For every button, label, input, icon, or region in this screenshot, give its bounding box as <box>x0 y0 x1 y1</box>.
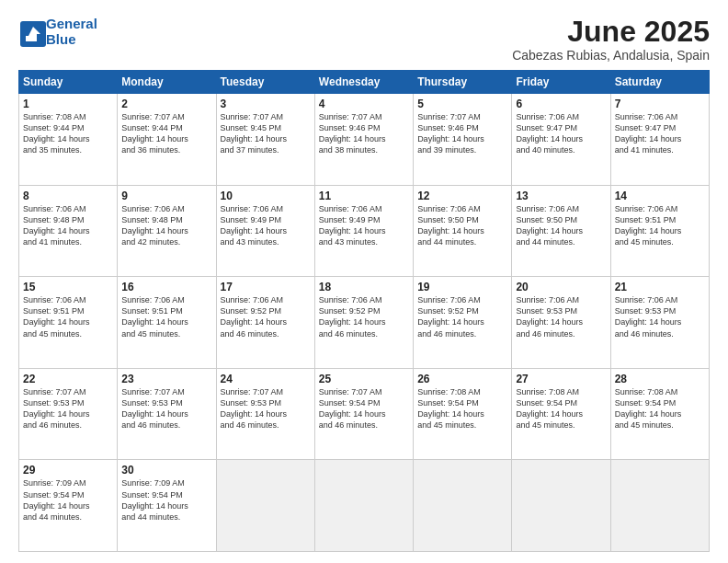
table-row: 4Sunrise: 7:07 AMSunset: 9:46 PMDaylight… <box>314 94 413 186</box>
day-number: 16 <box>121 281 211 293</box>
table-row: 5Sunrise: 7:07 AMSunset: 9:46 PMDaylight… <box>414 94 512 186</box>
day-info: Sunrise: 7:09 AMSunset: 9:54 PMDaylight:… <box>23 477 113 523</box>
day-number: 15 <box>23 281 113 293</box>
day-info: Sunrise: 7:08 AMSunset: 9:54 PMDaylight:… <box>516 386 606 431</box>
logo-general: General <box>46 16 97 31</box>
day-info: Sunrise: 7:06 AMSunset: 9:50 PMDaylight:… <box>417 203 507 248</box>
day-info: Sunrise: 7:07 AMSunset: 9:53 PMDaylight:… <box>121 386 211 431</box>
day-info: Sunrise: 7:06 AMSunset: 9:48 PMDaylight:… <box>23 203 113 248</box>
header-tuesday: Tuesday <box>216 71 314 94</box>
header-thursday: Thursday <box>414 71 512 94</box>
day-info: Sunrise: 7:08 AMSunset: 9:54 PMDaylight:… <box>417 386 507 431</box>
table-row: 29Sunrise: 7:09 AMSunset: 9:54 PMDayligh… <box>19 460 118 552</box>
table-row: 8Sunrise: 7:06 AMSunset: 9:48 PMDaylight… <box>19 185 118 277</box>
table-row: 11Sunrise: 7:06 AMSunset: 9:49 PMDayligh… <box>314 185 413 277</box>
table-row: 20Sunrise: 7:06 AMSunset: 9:53 PMDayligh… <box>512 277 610 369</box>
day-number: 4 <box>319 98 409 110</box>
day-info: Sunrise: 7:07 AMSunset: 9:53 PMDaylight:… <box>23 386 113 431</box>
day-number: 1 <box>23 98 113 110</box>
day-info: Sunrise: 7:06 AMSunset: 9:52 PMDaylight:… <box>417 294 507 339</box>
table-row: 10Sunrise: 7:06 AMSunset: 9:49 PMDayligh… <box>216 185 314 277</box>
day-info: Sunrise: 7:06 AMSunset: 9:49 PMDaylight:… <box>319 203 409 248</box>
table-row <box>512 460 610 552</box>
day-info: Sunrise: 7:07 AMSunset: 9:53 PMDaylight:… <box>221 386 311 431</box>
day-info: Sunrise: 7:06 AMSunset: 9:51 PMDaylight:… <box>121 294 211 339</box>
table-row: 18Sunrise: 7:06 AMSunset: 9:52 PMDayligh… <box>314 277 413 369</box>
day-info: Sunrise: 7:07 AMSunset: 9:45 PMDaylight:… <box>221 111 311 156</box>
table-row: 3Sunrise: 7:07 AMSunset: 9:45 PMDaylight… <box>216 94 314 186</box>
header-friday: Friday <box>512 71 610 94</box>
day-number: 3 <box>221 98 311 110</box>
day-number: 14 <box>615 190 705 202</box>
day-number: 20 <box>516 281 606 293</box>
day-info: Sunrise: 7:08 AMSunset: 9:54 PMDaylight:… <box>615 386 705 431</box>
calendar-week-2: 8Sunrise: 7:06 AMSunset: 9:48 PMDaylight… <box>19 185 710 277</box>
day-number: 10 <box>221 190 311 202</box>
day-number: 9 <box>121 190 211 202</box>
day-number: 22 <box>23 373 113 385</box>
calendar: Sunday Monday Tuesday Wednesday Thursday… <box>18 70 710 552</box>
day-number: 21 <box>615 281 705 293</box>
day-info: Sunrise: 7:07 AMSunset: 9:44 PMDaylight:… <box>121 111 211 156</box>
table-row: 19Sunrise: 7:06 AMSunset: 9:52 PMDayligh… <box>414 277 512 369</box>
table-row: 15Sunrise: 7:06 AMSunset: 9:51 PMDayligh… <box>19 277 118 369</box>
logo-text: General Blue <box>46 17 97 47</box>
header: General Blue June 2025 Cabezas Rubias, A… <box>18 17 710 63</box>
day-number: 27 <box>516 373 606 385</box>
day-info: Sunrise: 7:07 AMSunset: 9:46 PMDaylight:… <box>319 111 409 156</box>
calendar-header-row: Sunday Monday Tuesday Wednesday Thursday… <box>19 71 710 94</box>
table-row: 14Sunrise: 7:06 AMSunset: 9:51 PMDayligh… <box>610 185 709 277</box>
day-number: 25 <box>319 373 409 385</box>
day-number: 8 <box>23 190 113 202</box>
table-row: 24Sunrise: 7:07 AMSunset: 9:53 PMDayligh… <box>216 368 314 460</box>
table-row: 9Sunrise: 7:06 AMSunset: 9:48 PMDaylight… <box>118 185 216 277</box>
logo: General Blue <box>18 17 97 47</box>
table-row <box>216 460 314 552</box>
svg-rect-2 <box>26 36 31 41</box>
day-number: 11 <box>319 190 409 202</box>
table-row: 30Sunrise: 7:09 AMSunset: 9:54 PMDayligh… <box>118 460 216 552</box>
day-number: 7 <box>615 98 705 110</box>
table-row: 28Sunrise: 7:08 AMSunset: 9:54 PMDayligh… <box>610 368 709 460</box>
table-row: 13Sunrise: 7:06 AMSunset: 9:50 PMDayligh… <box>512 185 610 277</box>
day-number: 17 <box>221 281 311 293</box>
day-info: Sunrise: 7:08 AMSunset: 9:44 PMDaylight:… <box>23 111 113 156</box>
table-row: 23Sunrise: 7:07 AMSunset: 9:53 PMDayligh… <box>118 368 216 460</box>
table-row: 2Sunrise: 7:07 AMSunset: 9:44 PMDaylight… <box>118 94 216 186</box>
calendar-week-1: 1Sunrise: 7:08 AMSunset: 9:44 PMDaylight… <box>19 94 710 186</box>
day-info: Sunrise: 7:06 AMSunset: 9:51 PMDaylight:… <box>23 294 113 339</box>
day-info: Sunrise: 7:06 AMSunset: 9:53 PMDaylight:… <box>615 294 705 339</box>
table-row: 1Sunrise: 7:08 AMSunset: 9:44 PMDaylight… <box>19 94 118 186</box>
day-number: 26 <box>417 373 507 385</box>
day-number: 28 <box>615 373 705 385</box>
day-number: 29 <box>23 464 113 477</box>
table-row: 6Sunrise: 7:06 AMSunset: 9:47 PMDaylight… <box>512 94 610 186</box>
day-number: 5 <box>417 98 507 110</box>
table-row: 16Sunrise: 7:06 AMSunset: 9:51 PMDayligh… <box>118 277 216 369</box>
day-info: Sunrise: 7:06 AMSunset: 9:50 PMDaylight:… <box>516 203 606 248</box>
table-row: 7Sunrise: 7:06 AMSunset: 9:47 PMDaylight… <box>610 94 709 186</box>
day-info: Sunrise: 7:06 AMSunset: 9:48 PMDaylight:… <box>121 203 211 248</box>
location-title: Cabezas Rubias, Andalusia, Spain <box>512 48 710 63</box>
day-number: 13 <box>516 190 606 202</box>
header-saturday: Saturday <box>610 71 709 94</box>
logo-blue: Blue <box>46 31 76 47</box>
day-number: 30 <box>121 464 211 477</box>
calendar-week-3: 15Sunrise: 7:06 AMSunset: 9:51 PMDayligh… <box>19 277 710 369</box>
header-sunday: Sunday <box>19 71 118 94</box>
page: General Blue June 2025 Cabezas Rubias, A… <box>0 0 728 563</box>
table-row: 25Sunrise: 7:07 AMSunset: 9:54 PMDayligh… <box>314 368 413 460</box>
day-info: Sunrise: 7:06 AMSunset: 9:52 PMDaylight:… <box>319 294 409 339</box>
header-wednesday: Wednesday <box>314 71 413 94</box>
table-row: 12Sunrise: 7:06 AMSunset: 9:50 PMDayligh… <box>414 185 512 277</box>
day-info: Sunrise: 7:06 AMSunset: 9:53 PMDaylight:… <box>516 294 606 339</box>
logo-icon <box>18 19 44 45</box>
table-row: 27Sunrise: 7:08 AMSunset: 9:54 PMDayligh… <box>512 368 610 460</box>
calendar-week-4: 22Sunrise: 7:07 AMSunset: 9:53 PMDayligh… <box>19 368 710 460</box>
day-info: Sunrise: 7:06 AMSunset: 9:47 PMDaylight:… <box>516 111 606 156</box>
day-number: 23 <box>121 373 211 385</box>
day-info: Sunrise: 7:09 AMSunset: 9:54 PMDaylight:… <box>121 477 211 523</box>
table-row <box>414 460 512 552</box>
table-row: 26Sunrise: 7:08 AMSunset: 9:54 PMDayligh… <box>414 368 512 460</box>
day-info: Sunrise: 7:06 AMSunset: 9:51 PMDaylight:… <box>615 203 705 248</box>
